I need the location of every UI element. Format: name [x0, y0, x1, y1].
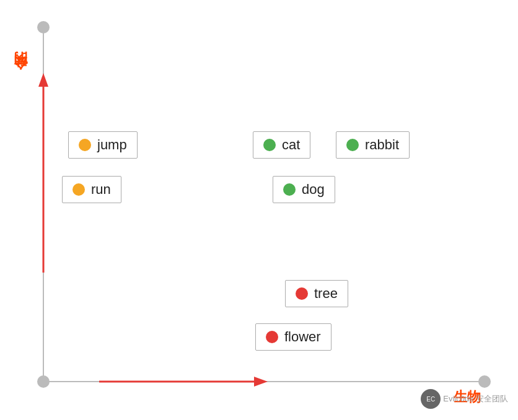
watermark-text: Evilc0de 安全团队 — [443, 393, 508, 405]
dot-dog — [283, 183, 296, 196]
dot-cat — [263, 139, 276, 151]
chart-area: 会动的 生物 jumpruncatrabbitdogtreeflower EC … — [0, 0, 518, 420]
dot-flower — [266, 331, 278, 343]
word-box-jump: jump — [68, 131, 138, 159]
label-rabbit: rabbit — [365, 137, 399, 153]
svg-point-2 — [37, 21, 50, 33]
label-tree: tree — [314, 286, 338, 302]
label-run: run — [91, 182, 111, 198]
watermark-logo: EC — [421, 389, 441, 409]
y-axis-label: 会动的 — [11, 74, 30, 82]
label-dog: dog — [302, 182, 325, 198]
svg-marker-8 — [254, 377, 268, 387]
svg-point-3 — [37, 375, 50, 388]
word-box-dog: dog — [273, 176, 335, 203]
axes-svg — [0, 0, 518, 420]
dot-tree — [296, 287, 308, 300]
word-box-cat: cat — [253, 131, 310, 159]
dot-rabbit — [346, 139, 359, 151]
label-cat: cat — [282, 137, 300, 153]
watermark: EC Evilc0de 安全团队 — [421, 389, 508, 409]
dot-run — [72, 183, 85, 196]
svg-marker-6 — [38, 73, 48, 87]
label-jump: jump — [97, 137, 127, 153]
word-box-tree: tree — [285, 280, 348, 307]
dot-jump — [79, 139, 91, 151]
word-box-run: run — [62, 176, 121, 203]
word-box-flower: flower — [255, 323, 331, 351]
label-flower: flower — [284, 329, 321, 345]
svg-point-4 — [478, 375, 491, 388]
word-box-rabbit: rabbit — [336, 131, 410, 159]
